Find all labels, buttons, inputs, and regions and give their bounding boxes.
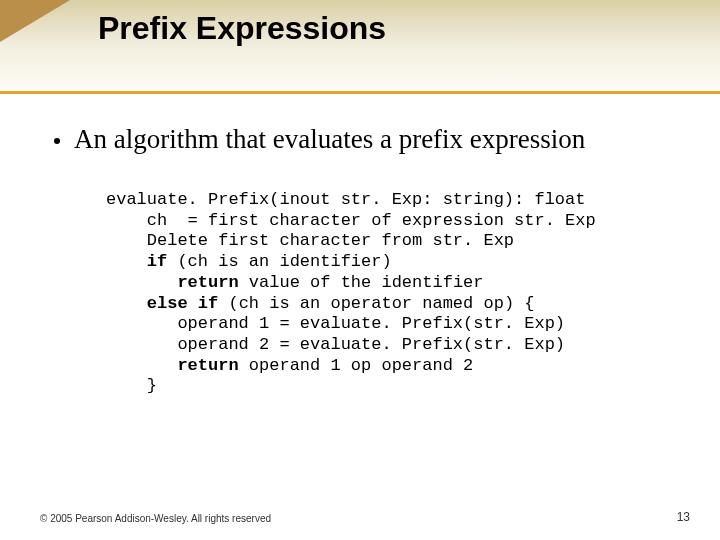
slide: Prefix Expressions An algorithm that eva… [0,0,720,540]
code-block: evaluate. Prefix(inout str. Exp: string)… [106,190,680,397]
footer-copyright: © 2005 Pearson Addison-Wesley. All right… [40,513,271,524]
slide-header: Prefix Expressions [0,0,720,94]
bullet-text: An algorithm that evaluates a prefix exp… [74,124,585,156]
footer-page-number: 13 [677,510,690,524]
bullet-dot-icon [54,138,60,144]
bullet-item: An algorithm that evaluates a prefix exp… [54,124,680,156]
slide-title: Prefix Expressions [98,10,386,47]
slide-body: An algorithm that evaluates a prefix exp… [0,94,720,397]
corner-accent [0,0,70,42]
